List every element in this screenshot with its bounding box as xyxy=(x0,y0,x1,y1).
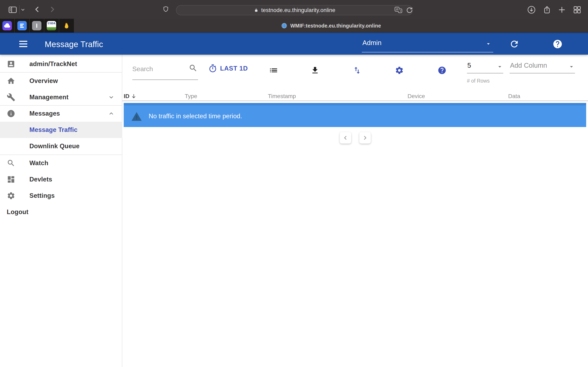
lock-icon xyxy=(254,8,259,13)
sort-desc-arrow-icon xyxy=(131,93,137,99)
search-field xyxy=(132,63,198,80)
header-help-button[interactable] xyxy=(553,39,563,49)
pillar-icon xyxy=(32,21,42,30)
sidebar-toggle-icon[interactable] xyxy=(8,5,17,15)
search-icon xyxy=(7,159,15,167)
privacy-shield-icon[interactable] xyxy=(162,6,169,13)
url-bar[interactable]: testnode.eu.thingularity.online xyxy=(176,5,413,15)
back-button[interactable] xyxy=(33,5,41,13)
toolbar-separator xyxy=(19,5,20,14)
settings-button[interactable] xyxy=(395,66,404,75)
sidebar-item-overview[interactable]: Overview xyxy=(0,73,122,89)
sidebar-item-label: Messages xyxy=(29,110,60,117)
wrench-icon xyxy=(7,93,15,101)
sidebar-item-label: Devlets xyxy=(29,176,52,183)
sidebar-item-devlets[interactable]: Devlets xyxy=(0,171,122,188)
pinned-tabs: USDA xyxy=(0,19,74,33)
reload-icon[interactable] xyxy=(406,6,413,14)
app-header: Message Traffic Admin xyxy=(0,33,588,55)
cloud-app-icon xyxy=(2,21,12,30)
sidebar-item-settings[interactable]: Settings xyxy=(0,188,122,204)
dashboard-icon xyxy=(7,175,15,184)
share-button[interactable] xyxy=(543,5,552,14)
alert-message: No traffic in selected time period. xyxy=(149,113,242,120)
sidebar-item-messages[interactable]: Messages xyxy=(0,105,122,122)
active-tab[interactable]: WMIF:testnode.eu.thingularity.online xyxy=(74,19,588,33)
document-list-icon xyxy=(17,21,27,30)
browser-toolbar: testnode.eu.thingularity.online A x̂ xyxy=(0,0,588,19)
sidebar-item-label: Management xyxy=(29,94,68,101)
stopwatch-icon xyxy=(208,64,217,73)
tab-title: WMIF:testnode.eu.thingularity.online xyxy=(290,23,381,29)
svg-text:x̂: x̂ xyxy=(400,9,401,12)
dropdown-arrow-icon xyxy=(568,63,575,70)
sidebar-item-message-traffic[interactable]: Message Traffic xyxy=(0,122,122,138)
add-column-label: Add Column xyxy=(510,62,547,69)
sidebar: admin/TrackNet Overview Management Messa… xyxy=(0,55,122,367)
sidebar-item-label: Downlink Queue xyxy=(29,142,80,150)
sidebar-item-label: Overview xyxy=(29,77,58,85)
search-icon[interactable] xyxy=(189,64,198,73)
sidebar-item-label: Settings xyxy=(29,192,55,200)
home-icon xyxy=(7,77,15,85)
sidebar-menu-chevron-icon[interactable] xyxy=(20,7,25,12)
pinned-tab-3[interactable] xyxy=(30,19,44,33)
logout-label: Logout xyxy=(7,208,28,216)
screen: testnode.eu.thingularity.online A x̂ xyxy=(0,0,588,367)
downloads-button[interactable] xyxy=(527,5,536,14)
rows-per-page-label: # of Rows xyxy=(467,78,490,84)
account-badge-icon xyxy=(7,60,15,68)
column-header-data[interactable]: Data xyxy=(508,92,520,100)
sidebar-divider xyxy=(0,72,122,73)
menu-hamburger-icon[interactable] xyxy=(19,41,27,47)
download-button[interactable] xyxy=(311,66,320,75)
sidebar-item-downlink-queue[interactable]: Downlink Queue xyxy=(0,138,122,154)
account-dropdown-arrow-icon xyxy=(485,41,492,47)
sidebar-item-label: Message Traffic xyxy=(29,126,78,133)
forward-button[interactable] xyxy=(48,5,56,13)
next-page-button[interactable] xyxy=(359,132,371,143)
column-header-device[interactable]: Device xyxy=(407,92,425,100)
gear-icon xyxy=(7,192,15,200)
info-icon xyxy=(7,109,15,118)
refresh-button[interactable] xyxy=(509,39,519,49)
pinned-tab-2[interactable] xyxy=(15,19,29,33)
chevron-up-icon xyxy=(108,110,115,117)
logout-button[interactable]: Logout xyxy=(0,204,122,220)
rows-per-page-select[interactable]: 5 xyxy=(467,60,503,73)
table-help-button[interactable] xyxy=(438,66,447,75)
new-tab-button[interactable] xyxy=(557,5,566,14)
pinned-tab-1[interactable] xyxy=(0,19,15,33)
sort-button[interactable] xyxy=(353,66,362,75)
pinned-tab-4[interactable]: USDA xyxy=(44,19,59,33)
sidebar-item-label: Watch xyxy=(29,159,48,167)
page-title: Message Traffic xyxy=(45,33,103,55)
list-view-button[interactable] xyxy=(269,66,278,75)
column-header-timestamp[interactable]: Timestamp xyxy=(268,92,296,100)
firebase-icon xyxy=(62,21,71,30)
table-header-rule xyxy=(122,100,588,101)
time-range-button[interactable]: LAST 1D xyxy=(208,62,248,75)
url-text: testnode.eu.thingularity.online xyxy=(261,7,336,13)
globe-favicon xyxy=(281,22,287,29)
account-select-value: Admin xyxy=(362,39,381,47)
sidebar-item-account[interactable]: admin/TrackNet xyxy=(0,56,122,72)
time-range-label: LAST 1D xyxy=(220,65,248,72)
add-column-select[interactable]: Add Column xyxy=(510,60,575,73)
svg-text:A: A xyxy=(396,8,398,11)
tab-overview-button[interactable] xyxy=(573,5,582,14)
chevron-down-icon xyxy=(108,94,115,101)
sidebar-item-watch[interactable]: Watch xyxy=(0,155,122,171)
warning-icon xyxy=(131,111,142,121)
rows-per-page-value: 5 xyxy=(467,62,471,69)
previous-page-button[interactable] xyxy=(340,132,351,143)
sidebar-item-management[interactable]: Management xyxy=(0,89,122,105)
no-traffic-alert: No traffic in selected time period. xyxy=(124,103,586,127)
column-header-id[interactable]: ID xyxy=(124,92,137,100)
search-input[interactable] xyxy=(132,65,189,73)
column-header-type[interactable]: Type xyxy=(185,92,197,100)
dropdown-arrow-icon xyxy=(496,63,503,70)
pinned-tab-5[interactable] xyxy=(59,19,74,33)
account-select[interactable]: Admin xyxy=(362,35,493,53)
translate-icon[interactable]: A x̂ xyxy=(394,6,403,14)
